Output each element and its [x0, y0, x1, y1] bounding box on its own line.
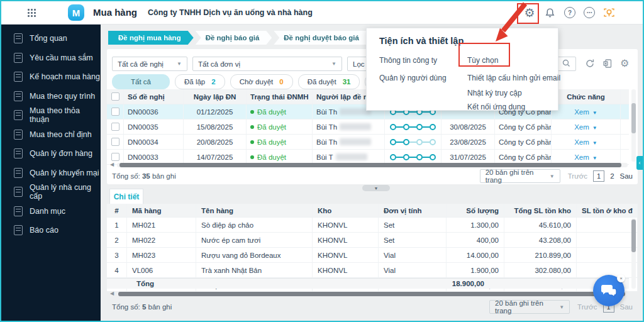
sidebar-item-mua-theo-chi-dinh[interactable]: Mua theo chỉ định [1, 125, 101, 145]
pill-count: 31 [343, 78, 351, 86]
menu-item-thong-tin-cong-ty[interactable]: Thông tin công ty [379, 56, 437, 65]
more-options-icon[interactable]: ⋯ [582, 6, 596, 19]
row-checkbox[interactable] [111, 138, 119, 146]
refresh-icon[interactable] [585, 58, 595, 70]
vertical-scrollbar[interactable] [631, 89, 636, 162]
menu-item-thiet-lap-email[interactable]: Thiết lập cấu hình gửi email [467, 74, 560, 82]
sidebar-item-tong-quan[interactable]: Tổng quan [1, 29, 101, 48]
scroll-left-arrow[interactable]: ◀ [110, 162, 114, 167]
page-title: Mua hàng [93, 7, 137, 18]
sidebar-item-danh-muc[interactable]: Danh mục [1, 202, 101, 221]
select-all-checkbox[interactable] [111, 92, 119, 101]
page-size-select[interactable]: 20 bản ghi trên trang▼ [489, 300, 570, 314]
cell-company: Công ty Cổ phần gi... [495, 150, 552, 164]
page-size-select[interactable]: 20 bản ghi trên trang▼ [480, 169, 560, 183]
col-header-trang-thai[interactable]: Trạng thái ĐNMH [247, 89, 313, 104]
row-checkbox[interactable] [111, 153, 119, 161]
sidebar-item-yeu-cau-mua-sam[interactable]: Yêu cầu mua sắm [1, 48, 101, 68]
help-icon[interactable]: ? [563, 6, 577, 19]
table-settings-icon[interactable]: ⚙ [620, 57, 629, 69]
pill-da-lap[interactable]: Đã lập2 [175, 74, 225, 89]
app-launcher-icon[interactable] [28, 9, 36, 17]
tab-de-nghi-duyet-bao-gia[interactable]: Đề nghị duyệt báo giá [274, 31, 371, 45]
col-header-tong-sl-ton-kho[interactable]: Tổng SL tồn kho [504, 204, 577, 217]
col-header-ma-hang[interactable]: Mã hàng [127, 204, 196, 217]
tab-chi-tiet[interactable]: Chi tiết [109, 189, 143, 206]
menu-item-nhat-ky-truy-cap[interactable]: Nhật ký truy cập [467, 89, 522, 97]
menu-item-ket-noi-ung-dung[interactable]: Kết nối ứng dụng [467, 103, 525, 111]
sidebar-item-bao-cao[interactable]: Báo cáo [1, 221, 101, 240]
pill-count: 2 [211, 78, 215, 86]
pagination-next[interactable]: Sau [620, 172, 633, 180]
sidebar-item-quan-ly-nha-cung-cap[interactable]: Quản lý nhà cung cấp [1, 182, 101, 202]
chat-bubbles-icon [600, 282, 618, 299]
pagination-prev[interactable]: Trước [568, 172, 587, 180]
col-header-don-vi-tinh[interactable]: Đơn vị tính [379, 204, 447, 217]
sidebar-item-quan-ly-don-hang[interactable]: Quản lý đơn hàng [1, 144, 101, 164]
panel-collapse-tab[interactable]: ‹ [636, 156, 643, 170]
col-header-ten-hang[interactable]: Tên hàng [196, 204, 313, 217]
table-row[interactable]: DN00034 20/08/2025 Đã duyệt Bùi Th 23/08… [107, 135, 629, 150]
table-row[interactable]: DN00035 15/08/2025 Đã duyệt Bùi Th 30/08… [107, 119, 629, 135]
view-action-link[interactable]: Xem▼ [574, 153, 597, 161]
col-header-so-de-nghi[interactable]: Số đề nghị [124, 89, 184, 104]
view-action-link[interactable]: Xem▼ [574, 108, 597, 116]
top-header: M Mua hàng Công ty TNHH Dịch vụ ăn uống … [1, 1, 643, 25]
chat-close-badge[interactable]: × [617, 274, 625, 282]
record-count: Tổng số: 5 bản ghi [112, 303, 172, 311]
sidebar-item-mua-theo-quy-trinh[interactable]: Mua theo quy trình [1, 87, 101, 106]
horizontal-scrollbar[interactable]: ◀ [117, 163, 628, 167]
detail-row[interactable]: 3MH023Rượu vang đỏ BordeauxKHONVLVial14.… [107, 248, 638, 263]
pill-cho-duyet[interactable]: Chờ duyệt0 [230, 74, 293, 89]
view-action-link[interactable]: Xem▼ [574, 138, 597, 146]
sidebar-item-quan-ly-khuyen-mai[interactable]: Quản lý khuyến mại [1, 164, 101, 183]
pill-tat-ca[interactable]: Tất cả [112, 74, 170, 89]
proposal-filter-select[interactable]: Tất cả đề nghị▼ [112, 57, 187, 71]
sidebar-item-label: Mua theo thỏa thuận [30, 106, 101, 124]
lightbulb-icon[interactable] [602, 6, 616, 19]
catalog-icon [14, 206, 23, 216]
proposal-filter-value: Tất cả đề nghị [118, 60, 164, 68]
cell-status: Đã duyệt [247, 119, 313, 134]
menu-item-quan-ly-nguoi-dung[interactable]: Quản lý người dùng [379, 74, 447, 82]
sidebar-item-mua-theo-thoa-thuan[interactable]: Mua theo thỏa thuận [1, 106, 101, 125]
sidebar: Tổng quan Yêu cầu mua sắm Kế hoạch mua h… [1, 24, 101, 321]
col-header-ngay-lap[interactable]: Ngày lập ĐN [184, 89, 247, 104]
unit-filter-select[interactable]: Tất cả đơn vị▼ [192, 57, 342, 71]
detail-row[interactable]: 4VL006Trà xanh Nhật BảnKHONVLVial1.900,0… [107, 263, 638, 278]
sidebar-item-ke-hoach-mua-hang[interactable]: Kế hoạch mua hàng [1, 67, 101, 87]
page-size-value: 20 bản ghi trên trang [495, 299, 559, 314]
pagination-next[interactable]: Sau [620, 303, 633, 311]
app-logo[interactable]: M [68, 4, 84, 21]
bell-icon[interactable] [543, 6, 557, 19]
pagination-page-1[interactable]: 1 [593, 170, 604, 182]
row-checkbox[interactable] [111, 123, 119, 131]
tab-de-nghi-bao-gia[interactable]: Đề nghị báo giá [196, 31, 272, 45]
col-header-stt[interactable]: # [107, 204, 127, 217]
col-header-kho[interactable]: Kho [313, 204, 379, 217]
supplier-icon [14, 187, 23, 197]
scroll-left-arrow[interactable]: ◀ [110, 291, 114, 296]
orders-icon [14, 148, 23, 158]
view-action-link[interactable]: Xem▼ [574, 123, 597, 131]
export-excel-icon[interactable] [602, 58, 613, 70]
pill-da-duyet[interactable]: Đã duyệt31 [298, 74, 360, 89]
cell-creator: Bùi Th [313, 135, 385, 149]
detail-table: # Mã hàng Tên hàng Kho Đơn vị tính Số lư… [107, 204, 638, 291]
horizontal-scrollbar[interactable]: ◀ [117, 292, 628, 296]
col-header-so-luong[interactable]: Số lượng [447, 204, 504, 217]
tab-de-nghi-mua-hang[interactable]: Đề nghị mua hàng [108, 31, 194, 45]
pagination-page-2[interactable]: 2 [610, 172, 614, 180]
chat-support-button[interactable]: × [593, 275, 625, 306]
col-header-sl-ton-o-kho[interactable]: SL tồn ở kho đ [577, 204, 638, 217]
status-filter-pills: Tất cả Đã lập2 Chờ duyệt0 Đã duyệt31 Từ … [112, 74, 408, 89]
cell-status: Đã duyệt [247, 150, 313, 164]
col-header-chuc-nang[interactable]: Chức năng [552, 89, 621, 104]
company-name: Công ty TNHH Dịch vụ ăn uống và nhà hàng [148, 8, 313, 17]
cell-date: 14/07/2025 [184, 150, 247, 164]
pagination-prev[interactable]: Trước [577, 303, 597, 311]
vertical-scrollbar[interactable] [631, 218, 636, 289]
row-checkbox[interactable] [111, 108, 119, 116]
detail-row[interactable]: 2MH022Nước ép cam tươiKHONVLSet400,0043.… [107, 233, 638, 248]
detail-row[interactable]: 1MH021Sò điệp áp chảoKHONVLSet1.300,0045… [107, 218, 638, 233]
